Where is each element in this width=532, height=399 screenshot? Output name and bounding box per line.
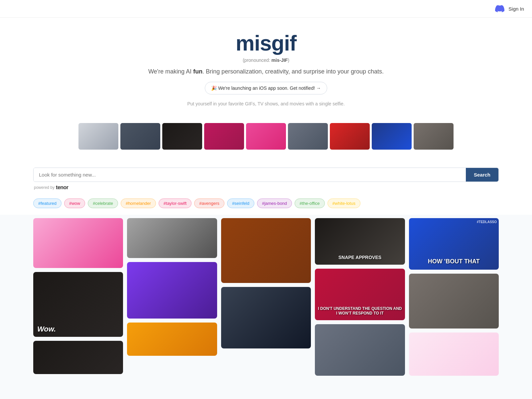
tag-featured[interactable]: #featured: [33, 199, 62, 208]
gif-column-2: [127, 218, 217, 356]
gif-white-lotus-lady[interactable]: i don't understand the question and I wo…: [315, 269, 405, 320]
tenor-logo: tenor: [56, 185, 68, 191]
preview-strip: [0, 120, 532, 160]
preview-gif-4[interactable]: [204, 123, 244, 150]
gif-dumbledore[interactable]: [315, 324, 405, 376]
preview-gif-7[interactable]: [330, 123, 370, 150]
tag-wow[interactable]: #wow: [64, 199, 85, 208]
gif-ted-caption: HOW 'BOUT THAT: [409, 257, 499, 266]
gif-snape-caption: SNAPE APPROVES: [315, 253, 405, 261]
preview-gif-2[interactable]: [120, 123, 160, 150]
site-title: misgif: [7, 31, 525, 56]
tag-white-lotus[interactable]: #white-lotus: [328, 199, 360, 208]
powered-by: powered by tenor: [33, 185, 499, 191]
search-section: Search powered by tenor: [0, 160, 532, 199]
gif-office-man[interactable]: [127, 218, 217, 258]
tag-the-office[interactable]: #the-office: [295, 199, 325, 208]
gif-grid: Wow. SNAPE APPROVES i don't understand t…: [0, 215, 532, 386]
preview-gif-3[interactable]: [162, 123, 202, 150]
discord-icon[interactable]: [495, 4, 504, 13]
ios-cta-button[interactable]: 🎉 We're launching an iOS app soon. Get n…: [205, 82, 327, 94]
tag-taylor-swift[interactable]: #taylor-swift: [159, 199, 192, 208]
tags-section: #featured #wow #celebrate #homelander #t…: [0, 199, 532, 215]
gif-white-lotus-caption: i don't understand the question and I wo…: [315, 305, 405, 317]
tag-homelander[interactable]: #homelander: [121, 199, 156, 208]
gif-ted-corner: #TEDLASSO: [477, 220, 497, 224]
preview-gif-1[interactable]: [78, 123, 118, 150]
tag-celebrate[interactable]: #celebrate: [88, 199, 118, 208]
header: Sign In: [0, 0, 532, 18]
preview-gif-8[interactable]: [372, 123, 412, 150]
tag-avengers[interactable]: #avengers: [194, 199, 224, 208]
gif-drake-label: Wow.: [37, 325, 56, 333]
gif-han-solo[interactable]: [409, 274, 499, 329]
preview-gif-9[interactable]: [414, 123, 454, 150]
tag-james-bond[interactable]: #james-bond: [257, 199, 292, 208]
gif-ted-lasso[interactable]: #TEDLASSO HOW 'BOUT THAT: [409, 218, 499, 270]
search-input[interactable]: [34, 168, 466, 182]
search-bar: Search: [33, 168, 499, 182]
gif-snape[interactable]: SNAPE APPROVES: [315, 218, 405, 265]
hero-subtitle: Put yourself in your favorite GIFs, TV s…: [7, 101, 525, 106]
tag-seinfeld[interactable]: #seinfeld: [227, 199, 254, 208]
gif-person-bottom[interactable]: [33, 341, 123, 374]
gif-pink[interactable]: [409, 332, 499, 376]
gif-column-3: [221, 218, 311, 348]
hero-tagline: We're making AI fun. Bring personalizati…: [7, 68, 525, 75]
gif-seinfeld[interactable]: [221, 287, 311, 348]
gif-office-man2[interactable]: [127, 262, 217, 319]
cta-text: 🎉 We're launching an iOS app soon. Get n…: [211, 85, 321, 91]
gif-column-4: SNAPE APPROVES i don't understand the qu…: [315, 218, 405, 376]
hero-section: misgif (pronounced: mis-JIF) We're makin…: [0, 18, 532, 120]
gif-drake[interactable]: Wow.: [33, 272, 123, 337]
gif-column-5: #TEDLASSO HOW 'BOUT THAT: [409, 218, 499, 376]
gif-column-1: Wow.: [33, 218, 123, 374]
gif-harry-potter[interactable]: [221, 218, 311, 283]
preview-gif-5[interactable]: [246, 123, 286, 150]
preview-gif-6[interactable]: [288, 123, 328, 150]
pronunciation: (pronounced: mis-JIF): [7, 58, 525, 63]
sign-in-link[interactable]: Sign In: [508, 6, 524, 12]
gif-taylor[interactable]: [127, 323, 217, 356]
search-button[interactable]: Search: [466, 168, 498, 182]
gif-barbie[interactable]: [33, 218, 123, 268]
